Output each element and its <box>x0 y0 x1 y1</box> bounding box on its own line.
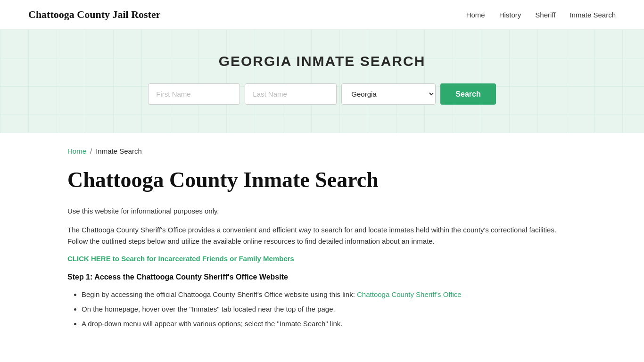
main-nav: Home History Sheriff Inmate Search <box>466 11 616 19</box>
first-name-input[interactable] <box>148 83 240 105</box>
search-button[interactable]: Search <box>440 83 495 105</box>
state-select[interactable]: Georgia Alabama Florida Tennessee <box>341 83 436 105</box>
inmate-search-form: Georgia Alabama Florida Tennessee Search <box>9 83 635 105</box>
intro-para-2: The Chattooga County Sheriff's Office pr… <box>67 224 577 247</box>
nav-home[interactable]: Home <box>466 11 485 19</box>
hero-title: GEORGIA INMATE SEARCH <box>9 53 635 69</box>
step1-bullet-list: Begin by accessing the official Chattoog… <box>67 288 577 330</box>
intro-para-1: Use this website for informational purpo… <box>67 206 577 217</box>
nav-sheriff[interactable]: Sheriff <box>535 11 555 19</box>
last-name-input[interactable] <box>245 83 337 105</box>
breadcrumb: Home / Inmate Search <box>67 147 577 155</box>
main-content: Home / Inmate Search Chattooga County In… <box>39 133 605 360</box>
breadcrumb-separator: / <box>90 147 92 155</box>
page-title: Chattooga County Inmate Search <box>67 168 577 192</box>
breadcrumb-current: Inmate Search <box>96 147 142 155</box>
list-item: A drop-down menu will appear with variou… <box>82 317 577 330</box>
list-item: Begin by accessing the official Chattoog… <box>82 288 577 301</box>
hero-banner: GEORGIA INMATE SEARCH Georgia Alabama Fl… <box>0 30 644 133</box>
step1-heading: Step 1: Access the Chattooga County Sher… <box>67 273 577 281</box>
breadcrumb-home-link[interactable]: Home <box>67 147 86 155</box>
list-item: On the homepage, hover over the "Inmates… <box>82 303 577 315</box>
nav-inmate-search[interactable]: Inmate Search <box>570 11 616 19</box>
site-logo[interactable]: Chattooga County Jail Roster <box>28 8 161 21</box>
nav-history[interactable]: History <box>499 11 521 19</box>
sheriffs-office-link[interactable]: Chattooga County Sheriff's Office <box>357 290 462 298</box>
site-header: Chattooga County Jail Roster Home Histor… <box>0 0 644 30</box>
cta-link[interactable]: CLICK HERE to Search for Incarcerated Fr… <box>67 255 294 263</box>
